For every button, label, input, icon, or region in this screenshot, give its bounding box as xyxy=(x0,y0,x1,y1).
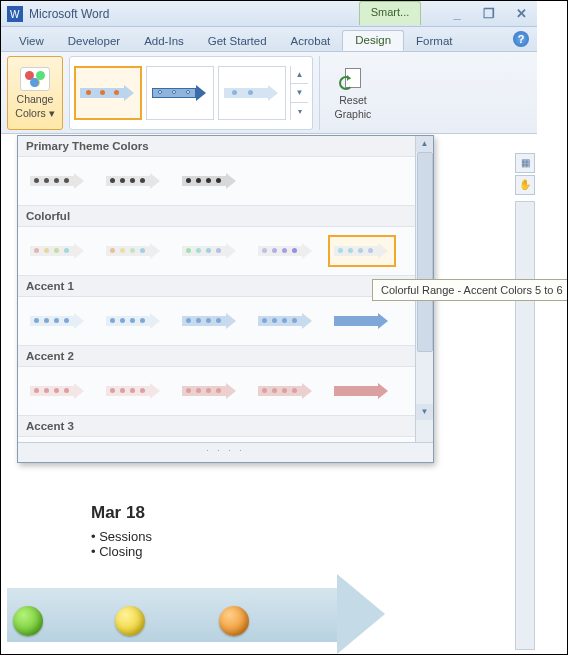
ribbon-tabs: View Developer Add-Ins Get Started Acrob… xyxy=(1,27,537,52)
pan-hand-icon[interactable]: ✋ xyxy=(515,175,535,195)
color-scheme-item[interactable] xyxy=(252,375,320,407)
color-scheme-item[interactable] xyxy=(328,235,396,267)
color-scheme-item[interactable] xyxy=(176,235,244,267)
minimize-button[interactable]: _ xyxy=(445,4,469,22)
word-app-icon: W xyxy=(7,6,23,22)
smartart-arrow-body xyxy=(7,588,337,642)
smartart-arrow-head xyxy=(337,574,385,654)
gallery-section-header: Accent 3 xyxy=(18,415,415,437)
document-view-icons: ▦ ✋ xyxy=(515,153,535,195)
ribbon-separator xyxy=(319,56,320,130)
style-gallery-more[interactable]: ▲ ▼ ▾ xyxy=(290,66,308,120)
color-scheme-item[interactable] xyxy=(100,235,168,267)
svg-text:W: W xyxy=(10,9,20,20)
smartart-node-orange[interactable] xyxy=(219,606,249,636)
color-scheme-item[interactable] xyxy=(328,305,396,337)
gallery-scroll-up-icon[interactable]: ▲ xyxy=(291,66,308,84)
color-scheme-item[interactable] xyxy=(100,305,168,337)
tab-acrobat[interactable]: Acrobat xyxy=(279,32,343,51)
color-scheme-item[interactable] xyxy=(176,375,244,407)
tab-view[interactable]: View xyxy=(7,32,56,51)
vertical-scrollbar[interactable] xyxy=(515,201,535,650)
smartart-graphic[interactable] xyxy=(7,580,397,650)
color-scheme-item[interactable] xyxy=(24,235,92,267)
reset-graphic-button[interactable]: Reset Graphic xyxy=(326,56,380,130)
app-title: Microsoft Word xyxy=(29,7,109,21)
gallery-section-header: Accent 2 xyxy=(18,345,415,367)
color-scheme-item[interactable] xyxy=(252,305,320,337)
change-colors-button[interactable]: Change Colors ▾ xyxy=(7,56,63,130)
gallery-section-header: Primary Theme Colors xyxy=(18,136,415,157)
ruler-toggle-icon[interactable]: ▦ xyxy=(515,153,535,173)
smartart-node-green[interactable] xyxy=(13,606,43,636)
tab-getstarted[interactable]: Get Started xyxy=(196,32,279,51)
gallery-expand-icon[interactable]: ▾ xyxy=(291,103,308,120)
gallery-section-header: Accent 1 xyxy=(18,275,415,297)
color-scheme-item[interactable] xyxy=(100,165,168,197)
color-scheme-item[interactable] xyxy=(176,165,244,197)
tab-design[interactable]: Design xyxy=(342,30,404,51)
style-thumb[interactable] xyxy=(218,66,286,120)
restore-button[interactable]: ❐ xyxy=(477,4,501,22)
reset-graphic-icon xyxy=(339,66,367,92)
scroll-down-icon[interactable]: ▼ xyxy=(416,404,433,420)
color-scheme-item[interactable] xyxy=(24,375,92,407)
color-scheme-item[interactable] xyxy=(100,375,168,407)
color-scheme-item[interactable] xyxy=(176,305,244,337)
close-button[interactable]: ✕ xyxy=(509,4,533,22)
tab-format[interactable]: Format xyxy=(404,32,464,51)
color-scheme-item[interactable] xyxy=(24,165,92,197)
help-icon[interactable]: ? xyxy=(513,31,529,47)
gallery-section-header: Colorful xyxy=(18,205,415,227)
smartart-style-gallery: ▲ ▼ ▾ xyxy=(69,56,313,130)
scroll-up-icon[interactable]: ▲ xyxy=(416,136,433,152)
color-scheme-item[interactable] xyxy=(252,235,320,267)
scroll-thumb[interactable] xyxy=(417,152,433,352)
tooltip: Colorful Range - Accent Colors 5 to 6 xyxy=(372,279,568,301)
color-swatch-icon xyxy=(20,67,50,91)
gallery-resize-strip[interactable]: . . . . xyxy=(18,442,433,462)
bullet-list: Sessions Closing xyxy=(91,529,152,559)
color-scheme-item[interactable] xyxy=(328,375,396,407)
ribbon: Change Colors ▾ ▲ ▼ ▾ xyxy=(1,52,537,134)
contextual-tab-smartart[interactable]: Smart... xyxy=(359,1,421,25)
titlebar: W Microsoft Word Smart... _ ❐ ✕ xyxy=(1,1,537,27)
tab-developer[interactable]: Developer xyxy=(56,32,132,51)
style-thumb[interactable] xyxy=(146,66,214,120)
tab-addins[interactable]: Add-Ins xyxy=(132,32,196,51)
bullet-item: Closing xyxy=(91,544,152,559)
bullet-item: Sessions xyxy=(91,529,152,544)
gallery-scroll-down-icon[interactable]: ▼ xyxy=(291,84,308,102)
smartart-node-yellow[interactable] xyxy=(115,606,145,636)
document-area: Mar 18 Sessions Closing xyxy=(7,463,509,650)
style-thumb[interactable] xyxy=(74,66,142,120)
color-scheme-item[interactable] xyxy=(24,305,92,337)
slide-date-heading: Mar 18 xyxy=(91,503,152,523)
